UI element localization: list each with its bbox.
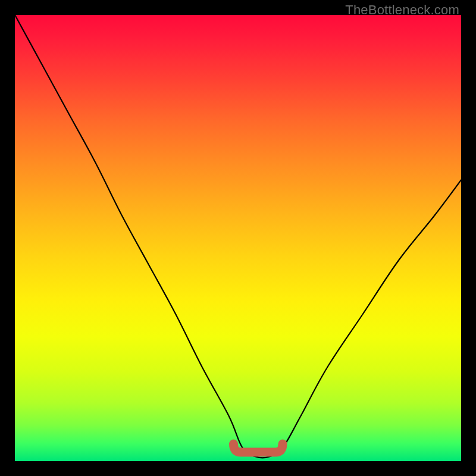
plot-area <box>15 15 461 461</box>
chart-frame: TheBottleneck.com <box>0 0 476 476</box>
curve-path <box>15 15 461 458</box>
watermark-text: TheBottleneck.com <box>345 2 459 18</box>
bottleneck-curve <box>15 15 461 458</box>
curve-layer <box>15 15 461 461</box>
